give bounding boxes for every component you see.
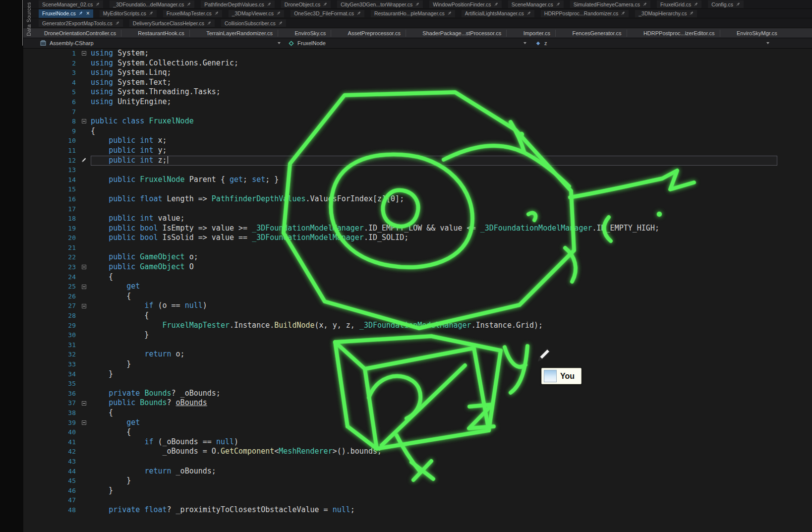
- fold-collapse-icon[interactable]: [82, 285, 86, 289]
- code-line[interactable]: 3using System.Linq;: [23, 68, 812, 78]
- code-line[interactable]: 43: [23, 457, 812, 467]
- line-number[interactable]: 20: [23, 233, 77, 243]
- code-line[interactable]: 4using System.Text;: [23, 78, 812, 88]
- code-line[interactable]: 9{: [23, 126, 812, 136]
- line-number[interactable]: 7: [23, 107, 77, 117]
- code-line[interactable]: 32 return o;: [23, 350, 812, 359]
- document-tab[interactable]: Importer.cs: [519, 30, 556, 37]
- pin-icon[interactable]: [278, 21, 283, 26]
- code-editor[interactable]: 1using System;2using System.Collections.…: [23, 49, 812, 532]
- pin-icon[interactable]: [276, 11, 281, 16]
- line-number[interactable]: 21: [23, 243, 77, 253]
- code-line[interactable]: 15: [23, 184, 812, 194]
- type-dropdown[interactable]: FruxelNode: [284, 38, 529, 48]
- code-line[interactable]: 42 _oBounds = O.GetComponent<MeshRendere…: [23, 447, 812, 457]
- line-number[interactable]: 10: [23, 136, 77, 146]
- line-number[interactable]: 27: [23, 301, 77, 311]
- pin-icon[interactable]: [356, 11, 361, 16]
- document-tab[interactable]: WindowPositionFinder.cs: [429, 0, 501, 8]
- pin-icon[interactable]: [186, 2, 191, 7]
- line-number[interactable]: 11: [23, 146, 77, 156]
- document-tab[interactable]: DroneOrientationController.cs: [39, 30, 121, 37]
- code-line[interactable]: 34 }: [23, 369, 812, 379]
- line-number[interactable]: 19: [23, 224, 77, 234]
- pin-icon[interactable]: [526, 11, 531, 16]
- line-number[interactable]: 1: [23, 49, 77, 59]
- line-number[interactable]: 23: [23, 262, 77, 272]
- document-tab[interactable]: CollisionSubscriber.cs: [221, 19, 286, 27]
- document-tab[interactable]: HDRPPostproc...Randomizer.cs: [541, 10, 629, 17]
- document-tab[interactable]: SimulatedFisheyeCamera.cs: [570, 0, 650, 8]
- code-line[interactable]: 47: [23, 495, 812, 505]
- code-line[interactable]: 27 if (o == null): [23, 301, 812, 311]
- code-line[interactable]: 40 {: [23, 427, 812, 437]
- document-tab[interactable]: ArtificialLightsManager.cs: [462, 10, 534, 17]
- line-number[interactable]: 33: [23, 359, 77, 369]
- document-tab[interactable]: ShaderPackage...stProcessor.cs: [417, 30, 507, 37]
- document-tab[interactable]: EnviroSkyMgr.cs: [732, 30, 782, 37]
- line-number[interactable]: 22: [23, 252, 77, 262]
- code-line[interactable]: 17: [23, 204, 812, 214]
- pin-icon[interactable]: [689, 11, 694, 16]
- line-number[interactable]: 45: [23, 476, 77, 486]
- line-number[interactable]: 28: [23, 311, 77, 321]
- code-line[interactable]: 13: [23, 165, 812, 175]
- document-tab[interactable]: EnviroSky.cs: [290, 30, 331, 37]
- line-number[interactable]: 6: [23, 97, 77, 107]
- pin-icon[interactable]: [149, 11, 153, 16]
- document-tab[interactable]: _3DFoundatio...delManager.cs: [110, 0, 194, 8]
- code-line[interactable]: 44 return _oBounds;: [23, 467, 812, 476]
- code-line[interactable]: 7: [23, 107, 812, 117]
- code-line[interactable]: 8public class FruxelNode: [23, 117, 812, 126]
- fold-collapse-icon[interactable]: [82, 420, 86, 425]
- code-line[interactable]: 24 {: [23, 272, 812, 282]
- line-number[interactable]: 12: [23, 156, 77, 166]
- document-tab[interactable]: CityGen3DGen...torWrapper.cs: [337, 0, 423, 8]
- close-icon[interactable]: ×: [86, 11, 90, 16]
- document-tab[interactable]: RestaurantHook.cs: [133, 30, 190, 37]
- code-line[interactable]: 6using UnityEngine;: [23, 97, 812, 107]
- code-line[interactable]: 18 public int value;: [23, 214, 812, 224]
- pin-icon[interactable]: [694, 2, 698, 7]
- line-number[interactable]: 2: [23, 59, 77, 68]
- line-number[interactable]: 39: [23, 418, 77, 428]
- code-line[interactable]: 14 public FruxelNode Parent { get; set; …: [23, 175, 812, 185]
- code-line[interactable]: 31: [23, 340, 812, 350]
- document-tab[interactable]: RestaurantHo...pleManager.cs: [371, 10, 455, 17]
- fold-collapse-icon[interactable]: [82, 51, 86, 56]
- code-line[interactable]: 35: [23, 379, 812, 389]
- line-number[interactable]: 9: [23, 126, 77, 136]
- code-line[interactable]: 26 {: [23, 292, 812, 301]
- document-tab[interactable]: FruxelMapTester.cs: [163, 10, 222, 17]
- line-number[interactable]: 25: [23, 282, 77, 292]
- line-number[interactable]: 32: [23, 350, 77, 359]
- document-tab[interactable]: FencesGenerator.cs: [567, 30, 627, 37]
- line-number[interactable]: 30: [23, 330, 77, 340]
- line-number[interactable]: 24: [23, 272, 77, 282]
- code-line[interactable]: 41 if (_oBounds == null): [23, 437, 812, 447]
- code-line[interactable]: 28 {: [23, 311, 812, 321]
- line-number[interactable]: 31: [23, 340, 77, 350]
- code-line[interactable]: 19 public bool IsEmpty => value >= _3DFo…: [23, 224, 812, 234]
- pin-icon[interactable]: [621, 11, 625, 16]
- line-number[interactable]: 40: [23, 427, 77, 437]
- pin-icon[interactable]: [642, 2, 647, 7]
- line-number[interactable]: 35: [23, 379, 77, 389]
- code-line[interactable]: 16 public float Length => PathfinderDept…: [23, 194, 812, 204]
- pin-icon[interactable]: [115, 21, 119, 26]
- document-tab[interactable]: Generator2ExportMapTools.cs: [39, 19, 123, 27]
- line-number[interactable]: 48: [23, 505, 77, 515]
- line-number[interactable]: 16: [23, 194, 77, 204]
- code-line[interactable]: 30 }: [23, 330, 812, 340]
- line-number[interactable]: 3: [23, 68, 77, 78]
- fold-collapse-icon[interactable]: [82, 401, 86, 406]
- document-tab[interactable]: HDRPPostproc...izerEditor.cs: [638, 30, 720, 37]
- document-tab[interactable]: DroneObject.cs: [281, 0, 331, 8]
- code-line[interactable]: 2using System.Collections.Generic;: [23, 59, 812, 68]
- pin-icon[interactable]: [415, 2, 419, 7]
- document-tab[interactable]: MyEditorScripts.cs: [100, 10, 157, 17]
- line-number[interactable]: 13: [23, 165, 77, 175]
- code-line[interactable]: 5using System.Threading.Tasks;: [23, 87, 812, 97]
- line-number[interactable]: 4: [23, 78, 77, 88]
- pin-icon[interactable]: [78, 11, 83, 16]
